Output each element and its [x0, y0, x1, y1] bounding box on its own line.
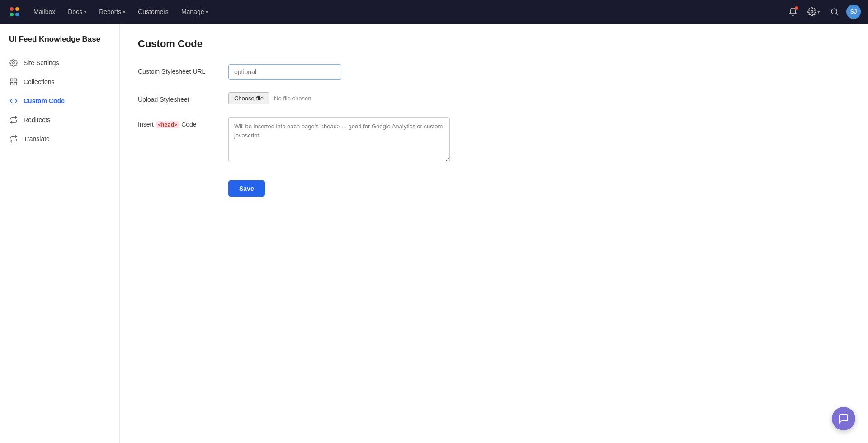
head-code-textarea[interactable] [228, 117, 450, 162]
upload-stylesheet-row: Upload Stylesheet Choose file No file ch… [138, 92, 500, 104]
sidebar-label-site-settings: Site Settings [24, 59, 59, 66]
stylesheet-url-input[interactable] [228, 64, 341, 80]
main-content: Custom Code Custom Stylesheet URL Upload… [120, 24, 868, 443]
sidebar-item-custom-code[interactable]: Custom Code [0, 91, 119, 110]
page-title: Custom Code [138, 38, 850, 50]
sidebar-label-translate: Translate [24, 135, 50, 142]
sidebar: UI Feed Knowledge Base Site Settings Col… [0, 24, 120, 443]
no-file-text: No file chosen [274, 95, 311, 102]
sidebar-item-translate[interactable]: Translate [0, 129, 119, 148]
notifications-button[interactable] [785, 4, 801, 20]
insert-head-code-row: Insert <head> Code [138, 117, 500, 164]
nav-reports[interactable]: Reports ▾ [94, 5, 130, 18]
code-icon [9, 96, 18, 105]
svg-point-2 [10, 13, 14, 16]
stylesheet-url-control [228, 64, 500, 80]
save-button[interactable]: Save [228, 180, 265, 197]
stylesheet-url-label: Custom Stylesheet URL [138, 64, 228, 75]
insert-head-label: Insert <head> Code [138, 117, 228, 128]
app-logo [7, 5, 22, 19]
svg-point-1 [15, 7, 19, 11]
notification-dot [795, 6, 798, 10]
sidebar-title: UI Feed Knowledge Base [0, 34, 119, 53]
docs-chevron-icon: ▾ [84, 9, 86, 14]
svg-line-6 [836, 13, 837, 14]
head-tag: <head> [156, 121, 179, 128]
svg-point-0 [10, 7, 14, 11]
sidebar-label-redirects: Redirects [24, 116, 50, 123]
nav-mailbox[interactable]: Mailbox [29, 5, 60, 18]
sidebar-label-collections: Collections [24, 78, 54, 85]
user-avatar[interactable]: SJ [846, 5, 861, 19]
settings-gear-button[interactable]: ▾ [805, 5, 823, 18]
svg-point-7 [13, 62, 15, 64]
sidebar-item-collections[interactable]: Collections [0, 72, 119, 91]
upload-stylesheet-label: Upload Stylesheet [138, 92, 228, 103]
svg-rect-11 [14, 83, 17, 85]
svg-rect-10 [10, 83, 13, 85]
svg-rect-8 [10, 79, 13, 81]
nav-docs[interactable]: Docs ▾ [63, 5, 91, 18]
translate-icon [9, 134, 18, 143]
upload-stylesheet-control: Choose file No file chosen [228, 92, 500, 104]
nav-customers[interactable]: Customers [133, 5, 173, 18]
search-button[interactable] [826, 4, 843, 20]
reports-chevron-icon: ▾ [123, 9, 125, 14]
svg-point-3 [15, 13, 19, 16]
sidebar-label-custom-code: Custom Code [24, 97, 65, 104]
svg-point-5 [831, 9, 837, 14]
choose-file-button[interactable]: Choose file [228, 92, 269, 104]
manage-chevron-icon: ▾ [206, 9, 208, 14]
chat-bubble-button[interactable] [832, 407, 855, 430]
stylesheet-url-row: Custom Stylesheet URL [138, 64, 500, 80]
sidebar-item-redirects[interactable]: Redirects [0, 110, 119, 129]
file-upload-row: Choose file No file chosen [228, 92, 500, 104]
svg-point-4 [811, 11, 813, 13]
gear-chevron-icon: ▾ [817, 9, 820, 15]
settings-icon [9, 58, 18, 67]
main-layout: UI Feed Knowledge Base Site Settings Col… [0, 24, 868, 443]
sidebar-item-site-settings[interactable]: Site Settings [0, 53, 119, 72]
top-navigation: Mailbox Docs ▾ Reports ▾ Customers Manag… [0, 0, 868, 24]
collection-icon [9, 77, 18, 86]
svg-rect-9 [14, 79, 17, 81]
redirect-icon [9, 115, 18, 124]
custom-code-form: Custom Stylesheet URL Upload Stylesheet … [138, 64, 500, 197]
head-code-control [228, 117, 500, 164]
save-row: Save [228, 177, 500, 197]
nav-manage[interactable]: Manage ▾ [177, 5, 213, 18]
